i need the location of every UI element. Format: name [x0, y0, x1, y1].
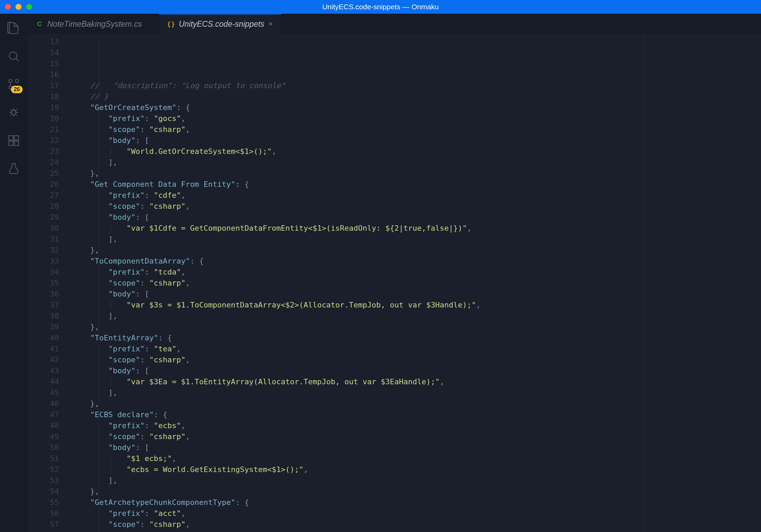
explorer-icon[interactable]: [7, 21, 21, 35]
code-line: },: [72, 486, 761, 497]
tab-label: UnityECS.code-snippets: [179, 20, 264, 29]
line-number: 27: [27, 190, 59, 201]
code-line: "ToComponentDataArray": {: [72, 256, 761, 267]
indent-ruler: [99, 34, 99, 532]
code-line: │ "World.GetOrCreateSystem<$1>();",: [72, 146, 761, 157]
code-line: ],: [72, 475, 761, 486]
window-title: UnityECS.code-snippets — Onmaku: [322, 3, 439, 11]
line-number: 53: [27, 475, 59, 486]
line-number: 25: [27, 168, 59, 179]
line-number: 33: [27, 256, 59, 267]
line-number: 37: [27, 300, 59, 311]
code-line: │ "ecbs = World.GetExistingSystem<$1>();…: [72, 464, 761, 475]
scm-badge: 26: [11, 86, 23, 93]
line-number-gutter: 1314151617181920212223242526272829303132…: [27, 34, 69, 532]
svg-point-0: [9, 52, 17, 59]
code-line: "scope": "csharp",: [72, 278, 761, 289]
titlebar[interactable]: UnityECS.code-snippets — Onmaku: [0, 0, 761, 14]
test-icon[interactable]: [7, 162, 21, 176]
code-line: ],: [72, 311, 761, 322]
code-line: ],: [72, 234, 761, 245]
line-number: 45: [27, 387, 59, 398]
code-line: "body": [: [72, 135, 761, 146]
code-line: },: [72, 322, 761, 332]
line-number: 56: [27, 508, 59, 519]
close-window-button[interactable]: [5, 4, 11, 10]
code-line: │ "$1 ecbs;",: [72, 453, 761, 464]
line-number: 41: [27, 343, 59, 354]
code-line: "ECBS declare": {: [72, 409, 761, 420]
code-line: ],: [72, 387, 761, 398]
code-line: "body": [: [72, 289, 761, 300]
line-number: 32: [27, 245, 59, 256]
window-controls: [5, 4, 32, 10]
svg-rect-8: [14, 141, 19, 146]
line-number: 49: [27, 431, 59, 442]
svg-point-4: [9, 80, 12, 83]
line-number: 16: [27, 69, 59, 80]
line-number: 43: [27, 365, 59, 376]
svg-line-1: [16, 58, 19, 61]
line-number: 40: [27, 332, 59, 343]
line-number: 38: [27, 311, 59, 322]
svg-rect-9: [14, 136, 19, 140]
line-number: 50: [27, 442, 59, 453]
close-tab-icon[interactable]: ×: [268, 20, 273, 28]
code-line: "scope": "csharp",: [72, 519, 761, 530]
code-line: "scope": "csharp",: [72, 354, 761, 365]
code-line: "body": [: [72, 442, 761, 453]
line-number: 24: [27, 157, 59, 168]
tab-label: NoteTimeBakingSystem.cs: [47, 20, 142, 29]
debug-icon[interactable]: [7, 106, 21, 119]
code-line: ],: [72, 157, 761, 168]
line-number: 47: [27, 409, 59, 420]
code-line: },: [72, 245, 761, 256]
search-icon[interactable]: [7, 49, 21, 63]
line-number: 14: [27, 47, 59, 58]
code-line: "prefix": "gocs",: [72, 113, 761, 124]
workbench: 26 CNoteTimeBakingSystem.cs×{ }UnityECS.…: [0, 14, 761, 532]
code-line: "prefix": "acct",: [72, 508, 761, 519]
line-number: 55: [27, 497, 59, 508]
line-number: 54: [27, 486, 59, 497]
maximize-window-button[interactable]: [26, 4, 32, 10]
svg-rect-6: [9, 136, 13, 140]
line-number: 42: [27, 354, 59, 365]
line-number: 44: [27, 376, 59, 387]
minimize-window-button[interactable]: [15, 4, 22, 10]
code-line: },: [72, 168, 761, 179]
line-number: 46: [27, 398, 59, 409]
extensions-icon[interactable]: [7, 134, 21, 147]
code-line: "prefix": "cdfe",: [72, 190, 761, 201]
code-line: // "description": "Log output to console…: [72, 80, 761, 91]
json-file-icon: { }: [167, 20, 175, 28]
line-number: 20: [27, 113, 59, 124]
code-content[interactable]: // "description": "Log output to console…: [69, 34, 761, 532]
line-number: 52: [27, 464, 59, 475]
source-control-icon[interactable]: 26: [7, 77, 21, 91]
code-line: "prefix": "ecbs",: [72, 420, 761, 431]
line-number: 57: [27, 519, 59, 530]
line-number: 22: [27, 135, 59, 146]
line-number: 30: [27, 223, 59, 234]
code-line: "body": [: [72, 212, 761, 223]
tab[interactable]: { }UnityECS.code-snippets×: [159, 14, 281, 34]
line-number: 36: [27, 289, 59, 300]
activity-bar: 26: [0, 14, 27, 532]
csharp-file-icon: C: [36, 20, 43, 28]
line-number: 51: [27, 453, 59, 464]
code-line: │ "var $3Ea = $1.ToEntityArray(Allocator…: [72, 376, 761, 387]
code-line: "body": [: [72, 365, 761, 376]
editor[interactable]: 1314151617181920212223242526272829303132…: [27, 34, 761, 532]
tab[interactable]: CNoteTimeBakingSystem.cs×: [27, 14, 159, 34]
code-line: // }: [72, 91, 761, 102]
code-line: "prefix": "tea",: [72, 343, 761, 354]
tabs-bar: CNoteTimeBakingSystem.cs×{ }UnityECS.cod…: [27, 14, 761, 34]
code-line: "ToEntityArray": {: [72, 332, 761, 343]
column-ruler: [644, 34, 645, 532]
line-number: 13: [27, 36, 59, 47]
svg-point-2: [15, 80, 19, 83]
line-number: 35: [27, 278, 59, 289]
line-number: 48: [27, 420, 59, 431]
line-number: 29: [27, 212, 59, 223]
